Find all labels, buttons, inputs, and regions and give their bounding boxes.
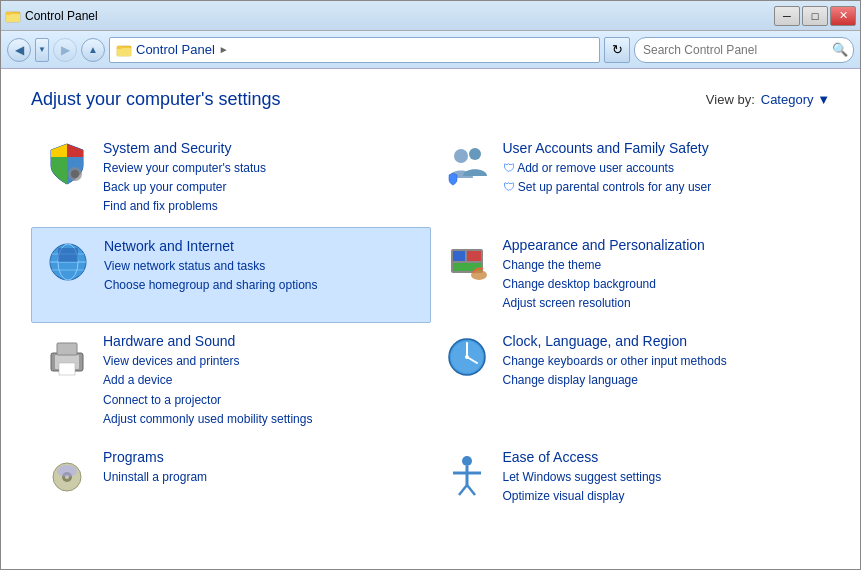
svg-rect-23 xyxy=(57,343,77,355)
system-security-icon xyxy=(43,140,91,188)
window-icon xyxy=(5,8,21,24)
svg-rect-24 xyxy=(59,363,75,375)
svg-line-38 xyxy=(467,485,475,495)
svg-point-9 xyxy=(469,148,481,160)
category-user-accounts: User Accounts and Family Safety 🛡 Add or… xyxy=(431,130,831,227)
close-button[interactable]: ✕ xyxy=(830,6,856,26)
appearance-title[interactable]: Appearance and Personalization xyxy=(503,237,819,253)
titlebar-buttons: ─ □ ✕ xyxy=(774,6,856,26)
category-clock-language: Clock, Language, and Region Change keybo… xyxy=(431,323,831,439)
clock-language-title[interactable]: Clock, Language, and Region xyxy=(503,333,819,349)
maximize-button[interactable]: □ xyxy=(802,6,828,26)
category-appearance: Appearance and Personalization Change th… xyxy=(431,227,831,324)
viewby-control: View by: Category ▼ xyxy=(706,92,830,107)
clock-language-link-1[interactable]: Change keyboards or other input methods xyxy=(503,352,819,371)
category-ease-of-access: Ease of Access Let Windows suggest setti… xyxy=(431,439,831,516)
back-dropdown-button[interactable]: ▼ xyxy=(35,38,49,62)
svg-rect-4 xyxy=(117,48,131,56)
programs-icon xyxy=(43,449,91,497)
programs-content: Programs Uninstall a program xyxy=(103,449,419,487)
network-internet-link-2[interactable]: Choose homegroup and sharing options xyxy=(104,276,418,295)
hardware-sound-link-2[interactable]: Add a device xyxy=(103,371,419,390)
search-input[interactable] xyxy=(635,43,827,57)
appearance-link-2[interactable]: Change desktop background xyxy=(503,275,819,294)
appearance-link-3[interactable]: Adjust screen resolution xyxy=(503,294,819,313)
ease-of-access-content: Ease of Access Let Windows suggest setti… xyxy=(503,449,819,506)
clock-language-content: Clock, Language, and Region Change keybo… xyxy=(503,333,819,390)
user-accounts-content: User Accounts and Family Safety 🛡 Add or… xyxy=(503,140,819,197)
up-button[interactable]: ▲ xyxy=(81,38,105,62)
user-accounts-link-2[interactable]: 🛡 Set up parental controls for any user xyxy=(503,178,819,197)
addressbar: ◀ ▼ ▶ ▲ Control Panel ► ↻ 🔍 xyxy=(1,31,860,69)
viewby-dropdown-button[interactable]: Category ▼ xyxy=(761,92,830,107)
back-button[interactable]: ◀ xyxy=(7,38,31,62)
system-security-content: System and Security Review your computer… xyxy=(103,140,419,217)
category-system-security: System and Security Review your computer… xyxy=(31,130,431,227)
main-content: Adjust your computer's settings View by:… xyxy=(1,69,860,569)
page-title: Adjust your computer's settings xyxy=(31,89,281,110)
svg-rect-17 xyxy=(453,251,465,261)
forward-button[interactable]: ▶ xyxy=(53,38,77,62)
network-internet-link-1[interactable]: View network status and tasks xyxy=(104,257,418,276)
titlebar: Control Panel ─ □ ✕ xyxy=(1,1,860,31)
address-path[interactable]: Control Panel ► xyxy=(109,37,600,63)
svg-rect-5 xyxy=(117,46,122,49)
appearance-icon xyxy=(443,237,491,285)
viewby-label: View by: xyxy=(706,92,755,107)
svg-rect-2 xyxy=(6,12,11,15)
svg-point-34 xyxy=(462,456,472,466)
search-box: 🔍 xyxy=(634,37,854,63)
category-programs: Programs Uninstall a program xyxy=(31,439,431,516)
network-internet-icon xyxy=(44,238,92,286)
window: Control Panel ─ □ ✕ ◀ ▼ ▶ ▲ Control Pane… xyxy=(0,0,861,570)
hardware-sound-link-4[interactable]: Adjust commonly used mobility settings xyxy=(103,410,419,429)
appearance-link-1[interactable]: Change the theme xyxy=(503,256,819,275)
ease-of-access-link-1[interactable]: Let Windows suggest settings xyxy=(503,468,819,487)
svg-point-29 xyxy=(465,355,469,359)
hardware-sound-link-3[interactable]: Connect to a projector xyxy=(103,391,419,410)
window-title: Control Panel xyxy=(25,9,98,23)
system-security-title[interactable]: System and Security xyxy=(103,140,419,156)
minimize-button[interactable]: ─ xyxy=(774,6,800,26)
clock-language-link-2[interactable]: Change display language xyxy=(503,371,819,390)
network-internet-content: Network and Internet View network status… xyxy=(104,238,418,295)
user-accounts-title[interactable]: User Accounts and Family Safety xyxy=(503,140,819,156)
system-security-link-3[interactable]: Find and fix problems xyxy=(103,197,419,216)
path-arrow: ► xyxy=(219,44,229,55)
system-security-link-1[interactable]: Review your computer's status xyxy=(103,159,419,178)
svg-point-8 xyxy=(454,149,468,163)
path-folder-icon xyxy=(116,42,132,58)
ease-of-access-icon xyxy=(443,449,491,497)
category-hardware-sound: Hardware and Sound View devices and prin… xyxy=(31,323,431,439)
svg-line-37 xyxy=(459,485,467,495)
svg-rect-18 xyxy=(467,251,481,261)
programs-title[interactable]: Programs xyxy=(103,449,419,465)
hardware-sound-title[interactable]: Hardware and Sound xyxy=(103,333,419,349)
ease-of-access-link-2[interactable]: Optimize visual display xyxy=(503,487,819,506)
svg-rect-15 xyxy=(58,248,78,262)
network-internet-title[interactable]: Network and Internet xyxy=(104,238,418,254)
clock-language-icon xyxy=(443,333,491,381)
user-accounts-link-1[interactable]: 🛡 Add or remove user accounts xyxy=(503,159,819,178)
page-header: Adjust your computer's settings View by:… xyxy=(31,89,830,110)
system-security-link-2[interactable]: Back up your computer xyxy=(103,178,419,197)
ease-of-access-title[interactable]: Ease of Access xyxy=(503,449,819,465)
programs-link-1[interactable]: Uninstall a program xyxy=(103,468,419,487)
refresh-button[interactable]: ↻ xyxy=(604,37,630,63)
svg-point-33 xyxy=(57,465,77,477)
hardware-sound-icon xyxy=(43,333,91,381)
hardware-sound-link-1[interactable]: View devices and printers xyxy=(103,352,419,371)
user-accounts-icon xyxy=(443,140,491,188)
categories-grid: System and Security Review your computer… xyxy=(31,130,830,516)
hardware-sound-content: Hardware and Sound View devices and prin… xyxy=(103,333,419,429)
svg-rect-1 xyxy=(6,14,20,22)
search-button[interactable]: 🔍 xyxy=(827,37,853,63)
appearance-content: Appearance and Personalization Change th… xyxy=(503,237,819,314)
category-network-internet: Network and Internet View network status… xyxy=(31,227,431,324)
svg-point-7 xyxy=(71,170,79,178)
path-control-panel: Control Panel xyxy=(136,42,215,57)
